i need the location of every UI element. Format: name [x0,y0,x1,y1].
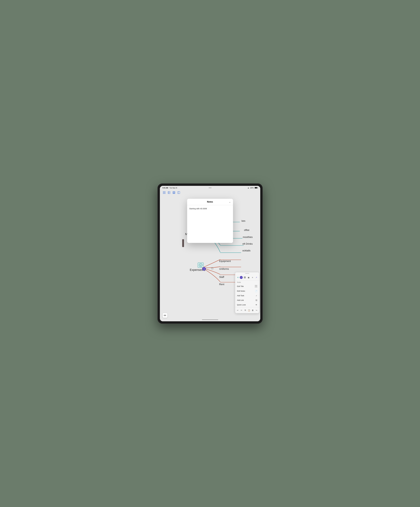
svg-rect-31 [173,192,175,192]
battery-fill [255,187,257,188]
softdrinks-node-label: oft Drinks [242,242,252,245]
smoothies-node-label: moothies [243,236,252,239]
undo-icon[interactable]: ↩ [236,308,240,312]
edit-title-item[interactable]: Edit Title T [235,284,259,289]
add-link-label: Add Link [237,299,244,301]
edit-title-icon: T [255,285,257,288]
status-right: ▲ 100% [247,187,257,189]
notes-text: Starting with 40.000€ [189,208,207,210]
expenses-node-label: Expenses ▤ [190,268,205,272]
node-context-panel: ⟲ ⋯ 🖼 ▣ ≡ ↗ Node Edit Title T Edit Notes… [235,272,259,313]
panel-bottom-toolbar: ↩ ✂ ⧉ 📋 🗑 ↪ [235,307,259,313]
rent-label: Rent [219,283,224,286]
dot-1 [209,188,209,188]
staff-label: Staff [219,276,224,279]
quick-look-icon: 👁 [255,304,257,306]
status-time: 9:41 AM [163,187,168,189]
svg-rect-24 [182,239,184,247]
notes-modal-content[interactable]: Starting with 40.000€ [187,205,233,243]
panel-top-toolbar: ⟲ ⋯ 🖼 ▣ ≡ ↗ [235,275,259,281]
status-date: Tue Sep 15 [169,187,177,189]
redo-icon[interactable]: ↪ [255,308,258,312]
svg-rect-27 [163,193,164,194]
add-task-item[interactable]: Add Task ✓ [235,293,259,298]
edit-title-label: Edit Title [237,285,244,287]
cut-icon[interactable]: ✂ [240,308,243,312]
edit-notes-icon: 📄 [255,290,257,292]
svg-text:$: $ [200,264,201,266]
svg-rect-29 [168,191,170,194]
status-dots [209,188,211,188]
delete-icon[interactable]: 🗑 [251,308,255,312]
uniforms-label: Uniforms [219,268,229,270]
notes-modal-title: Notes [207,201,213,203]
home-indicator [202,319,218,320]
copy-icon[interactable]: 📋 [247,308,251,312]
panel-more-icon[interactable]: ⋯ [240,276,243,279]
language-label: EN [164,315,166,316]
cocktails-node-label: ocktails [242,249,250,252]
language-button[interactable]: EN [163,313,168,318]
svg-rect-25 [163,191,164,192]
dot-3 [211,188,211,188]
svg-rect-28 [164,193,165,194]
coffee-node-label: offee [244,229,249,232]
edit-notes-item[interactable]: Edit Notes 📄 [235,289,259,293]
equipment-label: Equipment [219,260,231,263]
panel-image-icon[interactable]: 🖼 [243,275,247,279]
add-task-icon: ✓ [256,295,257,297]
panel-cursor-icon[interactable]: ⟲ [236,275,240,279]
notes-modal: Notes ⌄ Starting with 40.000€ [187,199,233,243]
dot-2 [210,188,210,188]
panel-filter-icon[interactable]: ≡ [251,275,254,279]
edit-notes-label: Edit Notes [237,290,245,292]
share-button[interactable] [167,190,171,195]
quick-look-item[interactable]: Quick Look 👁 [235,303,259,307]
battery-icon [255,187,258,189]
grid-view-button[interactable] [162,190,166,195]
add-link-icon: ⛓ [255,299,257,301]
sidebar-toggle-button[interactable] [177,190,181,195]
battery-text: 100% [250,187,254,189]
layout-button[interactable] [172,190,176,195]
quick-look-label: Quick Look [237,304,246,306]
tablet-frame: $ + Men kes offee moothies oft Drinks oc… [157,183,263,324]
svg-rect-34 [178,191,180,194]
tablet-screen: $ + Men kes offee moothies oft Drinks oc… [160,186,260,321]
node-section-label: Node [235,281,259,284]
duplicate-icon[interactable]: ⧉ [243,308,247,312]
cakes-node-label: kes [242,219,245,222]
svg-rect-32 [173,193,174,193]
status-bar: 9:41 AM Tue Sep 15 ▲ 100% [160,186,260,190]
panel-drag-handle [245,273,249,274]
notes-modal-header: Notes ⌄ [187,199,233,205]
panel-link-icon[interactable]: ↗ [254,275,258,279]
add-link-item[interactable]: Add Link ⛓ [235,298,259,303]
wifi-icon: ▲ [247,187,249,189]
panel-shape-icon[interactable]: ▣ [247,275,251,279]
app-toolbar [160,190,260,196]
notes-chevron-button[interactable]: ⌄ [229,200,231,203]
add-task-label: Add Task [237,295,244,297]
svg-rect-33 [174,193,175,193]
svg-rect-26 [164,191,165,192]
